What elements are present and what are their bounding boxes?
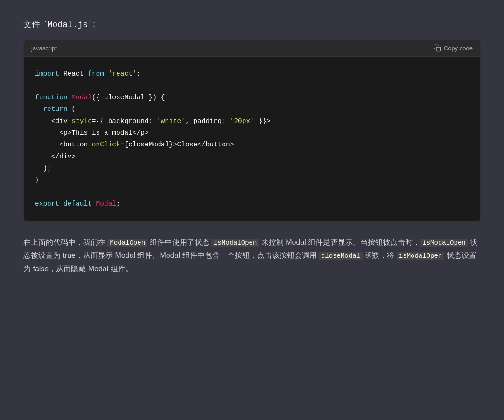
inline-code-modalopen: ModalOpen <box>107 239 147 247</box>
code-block: javascript Copy code import React from '… <box>23 39 481 222</box>
code-language: javascript <box>31 45 57 52</box>
code-content: import React from 'react'; function Moda… <box>24 57 480 221</box>
code-line: <p>This is a modal</p> <box>35 127 469 139</box>
copy-code-label: Copy code <box>444 45 473 52</box>
code-line-empty <box>35 186 469 198</box>
code-line: } <box>35 174 469 186</box>
svg-rect-0 <box>436 47 441 51</box>
copy-code-button[interactable]: Copy code <box>434 44 473 52</box>
code-line: return ( <box>35 103 469 115</box>
code-line: export default Modal; <box>35 198 469 210</box>
inline-code-ismodalopen-3: isModalOpen <box>397 252 444 260</box>
inline-code-ismodalopen-2: isModalOpen <box>420 239 468 247</box>
inline-code-closemodal: closeModal <box>319 252 363 260</box>
code-line: <button onClick={closeModal}>Close</butt… <box>35 139 469 151</box>
code-line: </div> <box>35 151 469 163</box>
page-title: 文件 `Modal.js`: <box>23 19 481 30</box>
code-block-header: javascript Copy code <box>24 40 480 57</box>
description-text: 在上面的代码中，我们在 ModalOpen 组件中使用了状态 isModalOp… <box>23 236 481 276</box>
code-line: ); <box>35 163 469 174</box>
code-line-empty <box>35 80 469 91</box>
inline-code-ismodalopen-1: isModalOpen <box>211 239 259 247</box>
code-line: import React from 'react'; <box>35 68 469 80</box>
copy-icon <box>434 44 441 52</box>
code-line: function Modal({ closeModal }) { <box>35 92 469 103</box>
code-line: <div style={{ background: 'white', paddi… <box>35 116 469 127</box>
